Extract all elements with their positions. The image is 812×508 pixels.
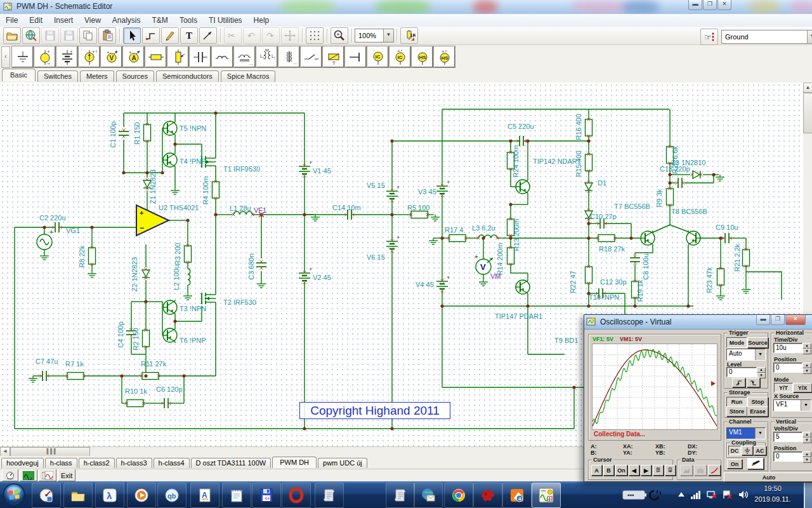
component-label[interactable]: R16 400 [575,114,582,140]
component-label[interactable]: R13 200m [513,219,520,251]
scroll-left-button[interactable]: ‹ [1,46,10,68]
component-label[interactable]: R9 3k [655,189,663,207]
component-label[interactable]: R19 1k [636,279,644,302]
component-resv[interactable] [213,182,219,198]
component-npn[interactable] [515,179,530,194]
ground-symbol[interactable] [429,238,438,244]
component-resh[interactable] [411,211,428,218]
cursor-top-icon[interactable]: ⍐ [653,465,664,476]
voltsdiv-field[interactable]: 5 [773,432,802,442]
cursor-right-icon[interactable]: ▶ [641,465,652,476]
sheet-tab-h-class4[interactable]: h-class4 [154,458,190,468]
text-button[interactable]: T [180,27,198,44]
battery-meter-icon[interactable]: ▪▪▪ [622,488,663,501]
schematic-wire[interactable] [746,272,782,300]
copyright-label[interactable]: Copyright Highand 2011 [299,402,450,419]
start-button[interactable] [1,482,27,507]
scroll-up-icon[interactable]: ▲ [803,83,812,93]
component-label[interactable]: R8 22k [78,245,86,267]
component-label[interactable]: T3 !NPN [180,305,206,312]
storage-store-button[interactable]: Store [726,406,747,417]
component-label[interactable]: C10 27p [590,213,617,220]
chevron-down-icon[interactable]: ▼ [755,428,765,439]
component-label[interactable]: D1 [598,179,606,187]
move-button[interactable] [281,27,299,44]
component-capv[interactable] [256,263,266,267]
component-iron-core-inductor-button[interactable]: … [234,46,255,67]
component-powered-heatsink-ic-button[interactable]: HS+↑ [434,46,455,67]
component-caph[interactable] [725,233,729,243]
component-resv[interactable] [743,250,750,266]
component-resh[interactable] [67,373,84,380]
scope-maximize-button[interactable]: ❐ [771,315,785,325]
scroll-left-icon[interactable]: ◄ [0,447,10,457]
pencil-button[interactable] [161,27,179,44]
component-label[interactable]: T4 !PNP [180,157,206,165]
coupling-ground-icon[interactable] [742,446,753,455]
component-resv[interactable] [586,154,593,171]
cursor-on-button[interactable]: On [615,465,627,476]
segment-button[interactable] [199,27,217,44]
trigger-source-button[interactable]: Source [747,337,768,348]
component-label[interactable]: C7 47u [36,358,58,365]
sheet-tab-pwm-dh[interactable]: PWM DH [272,457,317,468]
trigger-level-spinner[interactable]: ▲▼ [757,367,766,378]
trigger-mode-combo[interactable]: Auto▼ [726,349,766,361]
component-acsrc[interactable]: + [37,229,53,250]
menu-t-m[interactable]: T&M [147,15,174,26]
component-label[interactable]: C9 10u [716,224,738,231]
component-tab-sources[interactable]: Sources [116,70,154,82]
component-diov[interactable] [585,183,593,190]
component-pnpm[interactable] [686,231,701,246]
menu-help[interactable]: Help [248,15,275,26]
component-label[interactable]: C3 680n [247,253,255,280]
taskbar-app-tina-schematic[interactable] [532,483,561,508]
ground-symbol[interactable] [29,376,37,382]
component-label[interactable]: TIP142 NDAR1 [533,157,581,165]
ground-symbol[interactable] [716,293,725,300]
menu-insert[interactable]: Insert [48,15,79,26]
component-inductor-button[interactable] [212,46,233,67]
taskbar-app-web-mail[interactable] [414,483,443,508]
taskbar-app-disk-image[interactable]: -64- [252,483,281,508]
chevron-down-icon[interactable]: ▼ [383,29,393,42]
component-tab-meters[interactable]: Meters [80,70,114,82]
component-label[interactable]: L1 28u [230,204,251,212]
ground-symbol[interactable] [257,281,266,288]
ground-symbol[interactable] [431,215,440,221]
component-label[interactable]: Z1 1N2823 [149,170,157,204]
taskbar-app-notepad[interactable] [222,483,251,508]
component-indh[interactable] [478,235,497,238]
component-label[interactable]: C2 220u [39,214,66,222]
component-caph[interactable] [55,222,59,232]
taskbar-app-media-player[interactable] [127,483,156,508]
component-label[interactable]: R24 100m [512,145,520,178]
component-pnp[interactable] [640,231,655,246]
component-label[interactable]: V1 45 [313,167,331,175]
component-tab-switches[interactable]: Switches [37,70,78,82]
sheet-tab-d-oszt-tda3111-100w[interactable]: D oszt TDA3111 100W [191,458,272,468]
component-voltage-generator-button[interactable]: V+ [101,46,122,67]
component-label[interactable]: U2 THS4021 [159,204,199,211]
data-export-icon[interactable] [694,465,707,476]
component-npn[interactable] [162,121,177,136]
component-tab-spice-macros[interactable]: Spice Macros [221,70,276,82]
exit-button[interactable]: Exit [58,469,75,481]
hidden-icons-chevron[interactable] [678,491,685,498]
component-label[interactable]: V4 45 [416,281,434,288]
component-pnp[interactable] [162,328,177,343]
component-label[interactable]: T1 IRF9530 [223,165,260,173]
vertical-scroll-thumb[interactable] [803,93,812,133]
channel-on-button[interactable]: On [727,459,742,469]
component-label[interactable]: T7 BC556B [614,203,650,210]
oscilloscope-title-bar[interactable]: Oscilloscope - Virtual ▬ ❐ ✕ [584,315,812,330]
component-label[interactable]: T6 !PNP [180,337,206,344]
chevron-down-icon[interactable]: ▼ [755,349,765,360]
component-resv[interactable] [586,267,593,283]
scope-close-button[interactable]: ✕ [785,315,806,325]
trigger-level-field[interactable]: 0 [726,367,757,377]
taskbar-app-paint-splat[interactable] [473,483,502,508]
open-button[interactable] [3,27,21,44]
menu-analysis[interactable]: Analysis [107,15,147,26]
show-desktop-button[interactable] [804,481,812,508]
